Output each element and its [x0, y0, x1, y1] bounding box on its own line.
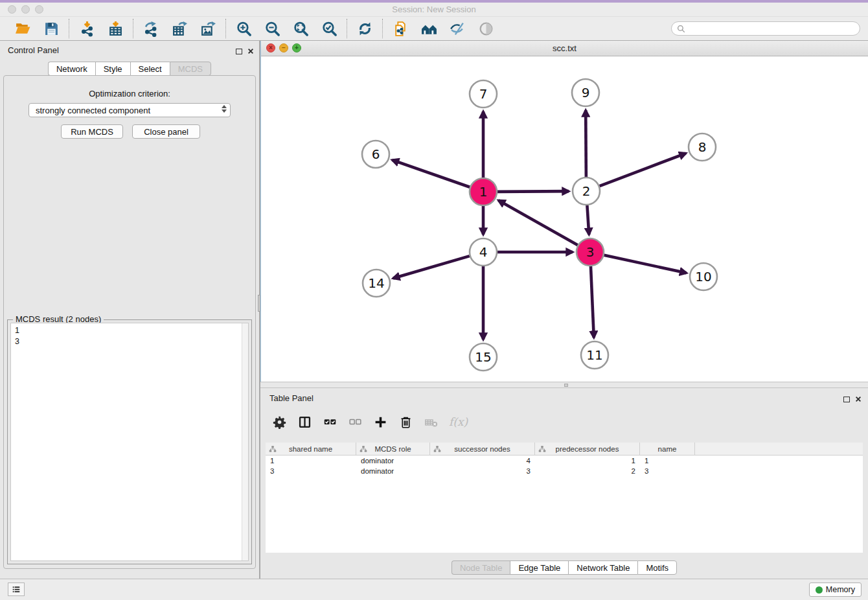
- open-file-icon[interactable]: [14, 20, 31, 37]
- edge-2-9[interactable]: [586, 110, 586, 177]
- cell: 3: [430, 467, 535, 475]
- criterion-value: strongly connected component: [36, 106, 150, 115]
- run-mcds-button[interactable]: Run MCDS: [61, 124, 123, 139]
- app-window: Session: New Session Control Panel Netwo…: [0, 0, 868, 599]
- column-header-name[interactable]: name: [640, 443, 695, 455]
- export-table-icon[interactable]: [171, 20, 188, 37]
- import-network-icon[interactable]: [78, 20, 95, 37]
- node-label-6: 6: [372, 146, 380, 162]
- node-label-10: 10: [695, 269, 711, 284]
- export-image-icon[interactable]: [200, 20, 216, 37]
- gear-icon[interactable]: [272, 415, 286, 429]
- cell: 1: [640, 457, 695, 465]
- cell: dominator: [356, 457, 430, 465]
- tab-style[interactable]: Style: [95, 62, 130, 76]
- network-canvas[interactable]: 7968124314101511: [261, 56, 868, 382]
- cell: 3: [640, 467, 695, 475]
- float-panel-icon[interactable]: [236, 49, 242, 54]
- zoom-in-icon[interactable]: [235, 20, 252, 37]
- search-box[interactable]: [671, 21, 860, 36]
- control-panel: Control Panel NetworkStyleSelectMCDS Opt…: [0, 41, 260, 579]
- column-header-shared-name[interactable]: shared name: [266, 443, 356, 455]
- cell: 2: [535, 467, 640, 475]
- edge-4-14[interactable]: [393, 256, 470, 278]
- zoom-out-icon[interactable]: [264, 20, 280, 37]
- task-history-button[interactable]: [8, 583, 25, 596]
- node-label-7: 7: [479, 86, 488, 102]
- float-table-panel-icon[interactable]: [843, 397, 850, 402]
- toolbar-group: [69, 19, 133, 38]
- edge-3-11[interactable]: [591, 266, 594, 338]
- unchecked-pair-icon[interactable]: [348, 415, 362, 429]
- columns-icon[interactable]: [297, 415, 312, 429]
- clone-network-icon[interactable]: [392, 20, 409, 37]
- edge-2-8[interactable]: [600, 154, 686, 187]
- table-row[interactable]: 1dominator411: [266, 456, 863, 466]
- control-panel-title: Control Panel: [8, 45, 59, 55]
- tab-network[interactable]: Network: [48, 62, 95, 76]
- hide-selected-icon[interactable]: [449, 20, 466, 37]
- control-panel-tabs: NetworkStyleSelectMCDS: [0, 62, 259, 76]
- node-table[interactable]: shared nameMCDS rolesuccessor nodesprede…: [266, 443, 863, 553]
- node-label-14: 14: [368, 275, 384, 291]
- tab-motifs[interactable]: Motifs: [637, 560, 677, 575]
- column-header-predecessor-nodes[interactable]: predecessor nodes: [535, 443, 640, 455]
- edge-2-3[interactable]: [587, 205, 589, 235]
- memory-button[interactable]: Memory: [809, 583, 862, 597]
- save-session-icon[interactable]: [43, 20, 60, 37]
- cell: 3: [266, 467, 356, 475]
- import-table-icon[interactable]: [107, 20, 124, 37]
- edge-3-1[interactable]: [499, 200, 578, 245]
- window-titlebar: Session: New Session: [0, 3, 868, 17]
- cell: 1: [535, 457, 640, 465]
- refresh-layout-icon[interactable]: [356, 20, 373, 37]
- toolbar-group: [133, 19, 225, 38]
- toolbar-group: [347, 19, 382, 38]
- criterion-select[interactable]: strongly connected component: [29, 103, 231, 117]
- show-all-icon[interactable]: [477, 20, 494, 37]
- tab-mcds[interactable]: MCDS: [170, 62, 211, 76]
- horizontal-splitter[interactable]: [260, 382, 868, 388]
- edge-1-2[interactable]: [497, 191, 569, 192]
- delete-column-icon[interactable]: [424, 415, 438, 429]
- cell: dominator: [356, 467, 430, 475]
- main-toolbar: [0, 17, 868, 41]
- table-panel: Table Panel f(x) shared nameMCDS rolesuc…: [260, 388, 868, 579]
- mcds-result-area[interactable]: 1 3: [10, 323, 249, 561]
- column-header-successor-nodes[interactable]: successor nodes: [430, 443, 535, 455]
- search-icon: [677, 25, 685, 33]
- status-bar: Memory: [0, 579, 868, 599]
- zoom-selected-icon[interactable]: [321, 20, 337, 37]
- cell: 4: [430, 457, 535, 465]
- tab-select[interactable]: Select: [130, 62, 170, 76]
- panel-splitter-grip[interactable]: [258, 295, 260, 312]
- close-table-panel-icon[interactable]: [855, 393, 862, 405]
- network-canvas-svg: 7968124314101511: [261, 56, 867, 381]
- memory-status-icon: [816, 586, 823, 594]
- result-scrollbar[interactable]: [242, 323, 248, 560]
- search-input[interactable]: [689, 24, 854, 33]
- toolbar-group: [225, 19, 347, 38]
- tab-network-table[interactable]: Network Table: [568, 560, 637, 575]
- column-header-MCDS-role[interactable]: MCDS role: [356, 443, 430, 455]
- delete-row-icon[interactable]: [398, 415, 413, 429]
- network-window-title: scc.txt: [261, 43, 868, 53]
- add-row-icon[interactable]: [373, 415, 387, 429]
- first-neighbors-icon[interactable]: [420, 20, 437, 37]
- cell: 1: [266, 457, 356, 465]
- close-panel-icon[interactable]: [247, 45, 254, 57]
- edge-3-10[interactable]: [604, 255, 686, 273]
- edge-1-6[interactable]: [392, 160, 470, 187]
- tab-node-table[interactable]: Node Table: [451, 560, 510, 575]
- close-panel-button[interactable]: Close panel: [132, 124, 200, 139]
- node-label-2: 2: [582, 183, 591, 199]
- table-row[interactable]: 3dominator323: [266, 466, 863, 476]
- checked-pair-icon[interactable]: [323, 415, 337, 429]
- memory-label: Memory: [826, 585, 855, 594]
- splitter-grip[interactable]: [564, 384, 568, 387]
- export-network-icon[interactable]: [143, 20, 159, 37]
- mcds-panel: Optimization criterion: strongly connect…: [3, 75, 256, 569]
- function-builder-icon[interactable]: f(x): [449, 415, 468, 428]
- tab-edge-table[interactable]: Edge Table: [510, 560, 568, 575]
- zoom-fit-icon[interactable]: [292, 20, 309, 37]
